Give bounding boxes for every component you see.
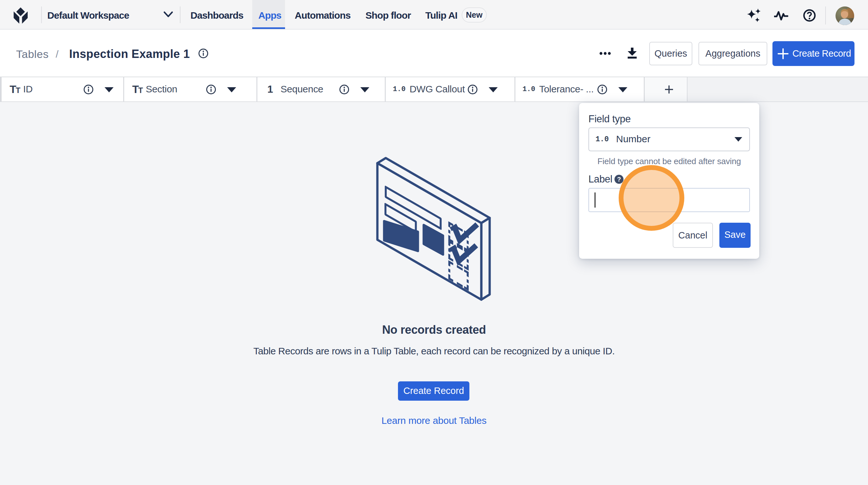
svg-text:?: ?	[617, 176, 621, 183]
